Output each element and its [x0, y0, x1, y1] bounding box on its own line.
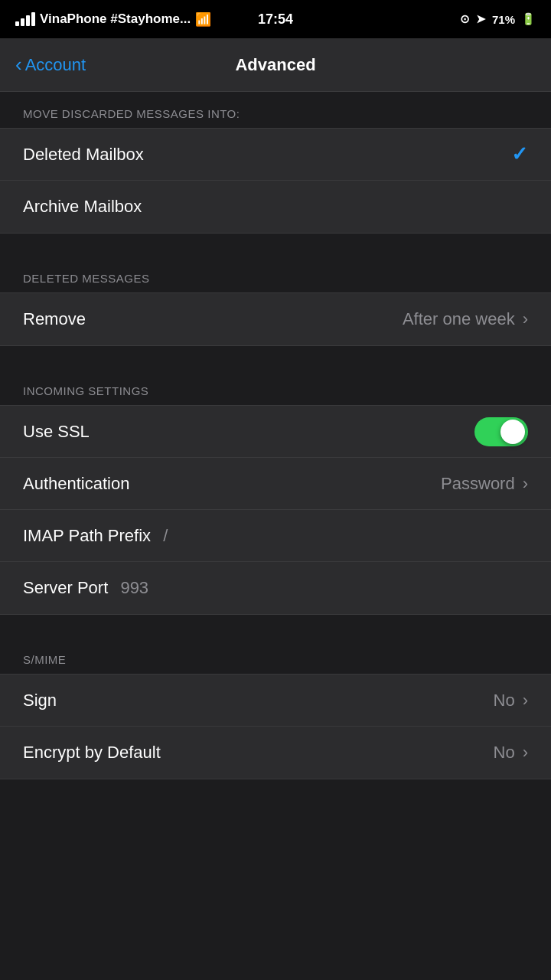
status-right: ⊙ ➤ 71% 🔋 [460, 12, 536, 26]
toggle-track [474, 417, 528, 446]
battery-icon: 🔋 [521, 12, 536, 26]
deleted-mailbox-label: Deleted Mailbox [23, 145, 144, 165]
status-bar: VinaPhone #Stayhome... 📶 17:54 ⊙ ➤ 71% 🔋 [0, 0, 551, 38]
sign-value: No [494, 691, 515, 710]
back-label[interactable]: Account [25, 55, 86, 75]
remove-chevron-icon: › [523, 309, 528, 329]
authentication-label: Authentication [23, 474, 129, 494]
signal-bars [15, 12, 35, 26]
encrypt-value: No [494, 743, 515, 763]
wifi-icon: 📶 [195, 11, 211, 28]
imap-prefix-row[interactable]: IMAP Path Prefix / [0, 510, 551, 562]
section-header-incoming: INCOMING SETTINGS [0, 369, 551, 405]
lock-icon: ⊙ [460, 12, 470, 26]
encrypt-row[interactable]: Encrypt by Default No › [0, 727, 551, 779]
use-ssl-row[interactable]: Use SSL [0, 406, 551, 458]
status-left: VinaPhone #Stayhome... 📶 [15, 11, 211, 28]
deleted-mailbox-checkmark: ✓ [511, 142, 528, 166]
sign-label: Sign [23, 691, 57, 710]
use-ssl-label: Use SSL [23, 422, 90, 442]
server-port-row[interactable]: Server Port 993 [0, 562, 551, 614]
location-icon: ➤ [476, 12, 486, 26]
authentication-row-right: Password › [441, 474, 528, 494]
back-button[interactable]: ‹ Account [15, 53, 86, 77]
deleted-mailbox-row[interactable]: Deleted Mailbox ✓ [0, 129, 551, 181]
move-discarded-list: Deleted Mailbox ✓ Archive Mailbox [0, 128, 551, 234]
imap-prefix-label: IMAP Path Prefix / [23, 526, 168, 546]
page-title: Advanced [235, 55, 315, 75]
remove-label: Remove [23, 309, 86, 329]
toggle-thumb [500, 420, 525, 444]
chevron-left-icon: ‹ [15, 53, 22, 77]
encrypt-chevron-icon: › [523, 743, 528, 763]
server-port-label: Server Port 993 [23, 578, 148, 598]
use-ssl-toggle[interactable] [474, 417, 528, 446]
authentication-chevron-icon: › [523, 474, 528, 494]
sign-row-right: No › [494, 691, 528, 710]
remove-row[interactable]: Remove After one week › [0, 293, 551, 345]
section-header-deleted-messages: DELETED MESSAGES [0, 256, 551, 292]
battery-label: 71% [492, 13, 515, 26]
archive-mailbox-label: Archive Mailbox [23, 197, 142, 217]
incoming-settings-list: Use SSL Authentication Password › IMAP P… [0, 405, 551, 615]
nav-bar: ‹ Account Advanced [0, 38, 551, 92]
sign-chevron-icon: › [523, 691, 528, 710]
deleted-messages-list: Remove After one week › [0, 292, 551, 346]
authentication-value: Password [441, 474, 515, 494]
carrier-label: VinaPhone #Stayhome... [40, 11, 191, 27]
encrypt-row-right: No › [494, 743, 528, 763]
time-label: 17:54 [258, 11, 293, 28]
archive-mailbox-row[interactable]: Archive Mailbox [0, 181, 551, 233]
smime-list: Sign No › Encrypt by Default No › [0, 674, 551, 779]
sign-row[interactable]: Sign No › [0, 675, 551, 727]
imap-prefix-value: / [163, 526, 168, 545]
encrypt-label: Encrypt by Default [23, 743, 161, 763]
authentication-row[interactable]: Authentication Password › [0, 458, 551, 510]
section-header-smime: S/MIME [0, 638, 551, 674]
section-header-move-discarded: MOVE DISCARDED MESSAGES INTO: [0, 92, 551, 128]
remove-row-right: After one week › [403, 309, 528, 329]
server-port-value: 993 [120, 578, 148, 597]
remove-value: After one week [403, 309, 515, 329]
